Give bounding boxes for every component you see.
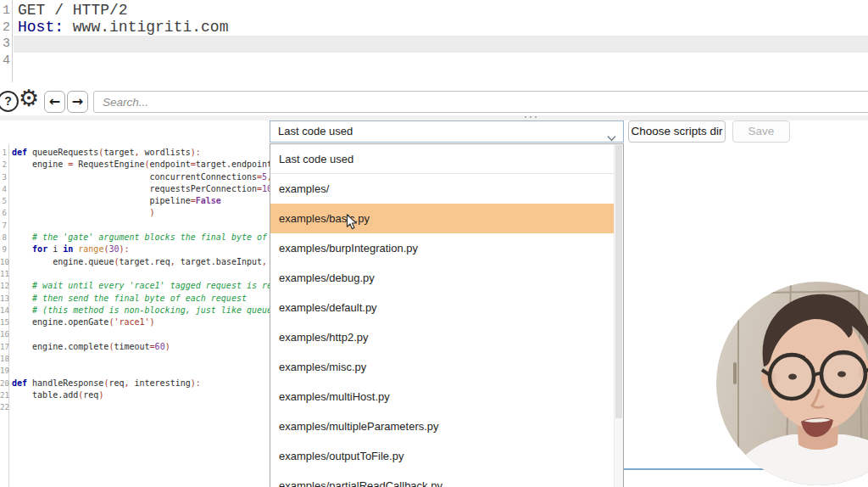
line-number: 11 bbox=[0, 268, 8, 280]
dropdown-scrollbar[interactable] bbox=[614, 144, 623, 487]
scripts-dropdown-list: Last code usedexamples/examples/basic.py… bbox=[270, 144, 614, 487]
line-number: 2 bbox=[0, 159, 8, 171]
dropdown-item[interactable]: examples/burpIntegration.py bbox=[270, 233, 614, 263]
dropdown-scrollbar-thumb[interactable] bbox=[615, 145, 622, 418]
line-number: 1 bbox=[0, 147, 8, 159]
line-number: 22 bbox=[0, 401, 8, 413]
request-editor-code[interactable]: GET / HTTP/2Host: www.intigriti.com bbox=[14, 0, 868, 82]
line-number: 5 bbox=[0, 195, 8, 207]
line-number: 13 bbox=[0, 293, 8, 305]
code-line bbox=[14, 53, 868, 70]
code-line bbox=[14, 36, 868, 53]
line-number: 1 bbox=[0, 3, 12, 20]
line-number: 3 bbox=[0, 36, 12, 53]
scripts-dropdown-popup: Last code usedexamples/examples/basic.py… bbox=[270, 143, 624, 487]
line-number: 17 bbox=[0, 341, 8, 353]
line-number: 19 bbox=[0, 365, 8, 377]
turbo-intruder-window: 1234 GET / HTTP/2Host: www.intigriti.com… bbox=[0, 0, 868, 487]
script-selector-combobox[interactable]: Last code used bbox=[270, 120, 624, 143]
request-editor[interactable]: 1234 GET / HTTP/2Host: www.intigriti.com bbox=[0, 0, 868, 82]
line-number: 21 bbox=[0, 389, 8, 401]
line-number: 2 bbox=[0, 20, 12, 36]
dropdown-item[interactable]: examples/ bbox=[270, 174, 614, 204]
line-number: 7 bbox=[0, 220, 8, 232]
dropdown-item[interactable]: examples/outputToFile.py bbox=[270, 441, 614, 471]
dropdown-item[interactable]: examples/misc.py bbox=[270, 352, 614, 382]
back-button[interactable]: ← bbox=[44, 91, 65, 113]
gear-icon[interactable]: ⚙ bbox=[16, 86, 42, 111]
line-number: 18 bbox=[0, 353, 8, 365]
dropdown-item[interactable]: examples/http2.py bbox=[270, 322, 614, 352]
search-input[interactable] bbox=[93, 91, 868, 113]
line-number: 4 bbox=[0, 53, 12, 70]
choose-scripts-dir-button[interactable]: Choose scripts dir bbox=[628, 120, 726, 143]
arrow-left-icon: ← bbox=[49, 93, 60, 109]
line-number: 12 bbox=[0, 280, 8, 292]
line-number: 15 bbox=[0, 316, 8, 328]
request-editor-gutter: 1234 bbox=[0, 0, 13, 82]
code-line: GET / HTTP/2 bbox=[14, 3, 868, 20]
dropdown-item[interactable]: examples/partialReadCallback.py bbox=[270, 471, 614, 487]
code-line: Host: www.intigriti.com bbox=[14, 20, 868, 36]
line-number: 8 bbox=[0, 232, 8, 244]
dropdown-item[interactable]: Last code used bbox=[270, 144, 614, 174]
toolbar: ? ⚙ ← → bbox=[0, 82, 868, 115]
dropdown-item[interactable]: examples/multipleParameters.py bbox=[270, 411, 614, 441]
line-number: 10 bbox=[0, 256, 8, 268]
python-editor-gutter: 12345678910111213141516171819202122 bbox=[0, 144, 9, 487]
mouse-cursor-icon bbox=[346, 214, 358, 234]
line-number: 4 bbox=[0, 183, 8, 195]
line-number: 20 bbox=[0, 378, 8, 389]
line-number: 14 bbox=[0, 305, 8, 316]
line-number: 9 bbox=[0, 244, 8, 255]
line-number: 16 bbox=[0, 328, 8, 340]
line-number: 3 bbox=[0, 171, 8, 183]
save-button[interactable]: Save bbox=[732, 120, 790, 143]
dropdown-item[interactable]: examples/debug.py bbox=[270, 263, 614, 293]
dropdown-item[interactable]: examples/basic.py bbox=[270, 204, 614, 233]
splitter-dots-icon bbox=[525, 116, 537, 118]
forward-button[interactable]: → bbox=[67, 91, 88, 113]
dropdown-item[interactable]: examples/default.py bbox=[270, 293, 614, 322]
dropdown-item[interactable]: examples/multiHost.py bbox=[270, 382, 614, 411]
script-selector-value: Last code used bbox=[278, 125, 353, 137]
arrow-right-icon: → bbox=[72, 93, 83, 109]
scripts-bar: Last code used Choose scripts dir Save bbox=[0, 120, 868, 144]
line-number: 6 bbox=[0, 207, 8, 219]
